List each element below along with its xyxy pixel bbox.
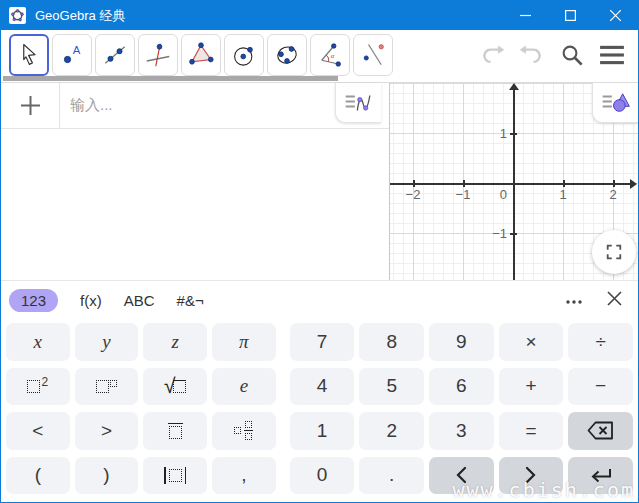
tool-point[interactable]: A [52, 34, 92, 76]
key-multiply[interactable]: × [499, 323, 564, 361]
keyboard-tab-#&¬[interactable]: #&¬ [177, 292, 204, 309]
key-z[interactable]: z [143, 323, 207, 361]
redo-button[interactable] [516, 39, 548, 71]
x-tick-label: 2 [609, 187, 616, 202]
key-decimal-point[interactable]: . [359, 457, 424, 495]
ellipsis-icon [565, 299, 583, 305]
key-1[interactable]: 1 [290, 412, 355, 450]
keyboard-tabs: 123f(x)ABC#&¬ [9, 289, 204, 312]
polygon-icon [186, 40, 216, 70]
maximize-button[interactable] [548, 1, 593, 30]
search-icon [560, 43, 584, 67]
keyboard-more-button[interactable] [565, 291, 583, 309]
key-plus[interactable]: + [499, 368, 564, 406]
keyboard-tab-f(x)[interactable]: f(x) [80, 292, 102, 309]
input-placeholder: 输入... [70, 96, 113, 115]
move-cursor-icon [14, 40, 44, 70]
tool-reflect[interactable] [353, 34, 393, 76]
key-power[interactable] [75, 368, 139, 406]
tool-move[interactable] [9, 34, 49, 76]
algebra-style-button[interactable] [335, 83, 381, 123]
key-2[interactable]: 2 [359, 412, 424, 450]
toolbar-scrollbar[interactable] [3, 76, 338, 81]
key-e[interactable]: e [212, 368, 276, 406]
keyboard-keys: xyzπ2√e<>(), 789×÷456+−123=0. [1, 319, 638, 502]
plus-icon [21, 96, 40, 115]
menu-button[interactable] [596, 39, 628, 71]
algebra-input-row[interactable]: 输入... [1, 83, 389, 129]
titlebar: GeoGebra 经典 [1, 1, 638, 30]
key-x[interactable]: x [6, 323, 70, 361]
graphics-view[interactable]: −2−1121−10 [390, 83, 638, 280]
undo-button[interactable] [476, 39, 508, 71]
main-area: 输入... −2−1121−10 [1, 82, 638, 280]
keyboard-tab-ABC[interactable]: ABC [124, 292, 155, 309]
x-tick-label: −1 [456, 187, 471, 202]
y-axis [513, 89, 515, 280]
x-axis [390, 183, 632, 185]
x-tick-mark [413, 180, 415, 187]
key-mixed-number[interactable] [212, 412, 276, 450]
toolbar-right [476, 34, 628, 76]
perpendicular-line-icon [143, 40, 173, 70]
reflect-icon [358, 40, 388, 70]
key-9[interactable]: 9 [429, 323, 494, 361]
graphics-style-button[interactable] [592, 83, 638, 123]
y-axis-arrow [509, 83, 519, 90]
geogebra-logo-icon [9, 7, 26, 24]
key-pi[interactable]: π [212, 323, 276, 361]
tool-perpendicular-line[interactable] [138, 34, 178, 76]
x-tick-mark [613, 180, 615, 187]
menu-icon [599, 44, 625, 66]
maximize-icon [565, 10, 576, 21]
y-tick-label: −1 [492, 226, 507, 241]
key-sqrt[interactable]: √ [143, 368, 207, 406]
close-button[interactable] [593, 1, 638, 30]
keyboard-tab-123[interactable]: 123 [9, 289, 58, 312]
key-6[interactable]: 6 [429, 368, 494, 406]
keyboard-close-button[interactable] [607, 291, 622, 310]
key-abs[interactable] [143, 457, 207, 495]
key-3[interactable]: 3 [429, 412, 494, 450]
add-expression-button[interactable] [1, 83, 59, 128]
algebra-style-icon [344, 90, 374, 116]
key-equals[interactable]: = [499, 412, 564, 450]
y-tick-mark [510, 233, 517, 235]
key-minus[interactable]: − [568, 368, 633, 406]
angle-icon: α [315, 40, 345, 70]
tool-angle[interactable]: α [310, 34, 350, 76]
key-7[interactable]: 7 [290, 323, 355, 361]
key-4[interactable]: 4 [290, 368, 355, 406]
key-y[interactable]: y [75, 323, 139, 361]
search-button[interactable] [556, 39, 588, 71]
key-8[interactable]: 8 [359, 323, 424, 361]
tool-circle[interactable] [224, 34, 264, 76]
fullscreen-button[interactable] [592, 230, 636, 274]
graphics-style-icon [601, 90, 631, 116]
key-greater-than[interactable]: > [75, 412, 139, 450]
point-icon: A [57, 40, 87, 70]
key-0[interactable]: 0 [290, 457, 355, 495]
virtual-keyboard: 123f(x)ABC#&¬ xyzπ2√e<>(), 789×÷456+−123… [1, 280, 638, 502]
key-backspace[interactable] [568, 412, 633, 450]
key-comma[interactable]: , [212, 457, 276, 495]
key-recurring-decimal[interactable] [143, 412, 207, 450]
key-square[interactable]: 2 [6, 368, 70, 406]
key-paren-open[interactable]: ( [6, 457, 70, 495]
tool-line[interactable] [95, 34, 135, 76]
svg-text:A: A [73, 44, 81, 56]
tool-conic[interactable] [267, 34, 307, 76]
close-icon [607, 291, 622, 306]
minimize-button[interactable] [503, 1, 548, 30]
x-axis-arrow [630, 179, 637, 189]
tool-polygon[interactable] [181, 34, 221, 76]
key-divide[interactable]: ÷ [568, 323, 633, 361]
key-less-than[interactable]: < [6, 412, 70, 450]
circle-icon [229, 40, 259, 70]
y-tick-label: 1 [500, 126, 507, 141]
key-paren-close[interactable]: ) [75, 457, 139, 495]
minimize-icon [520, 10, 531, 21]
key-5[interactable]: 5 [359, 368, 424, 406]
redo-icon [519, 43, 545, 67]
undo-icon [479, 43, 505, 67]
